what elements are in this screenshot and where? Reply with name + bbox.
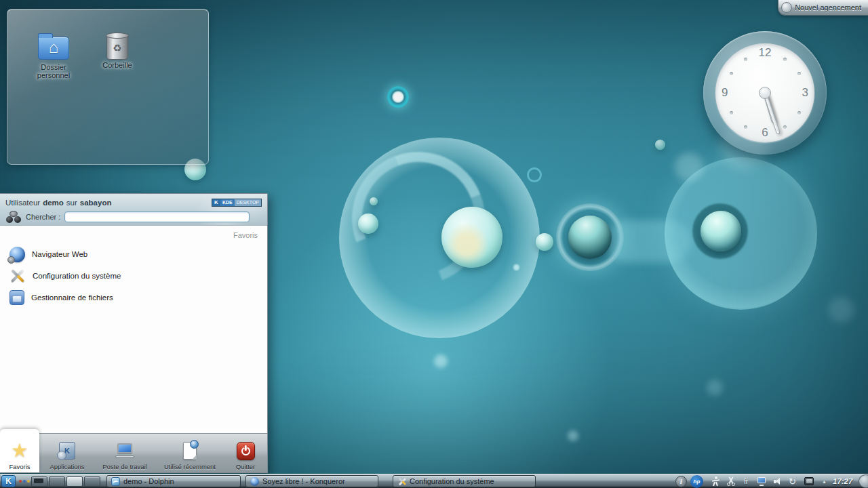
- tray-device-notifier-icon[interactable]: [803, 476, 814, 487]
- clock-hour-dot: [744, 125, 747, 129]
- task-button-konqueror[interactable]: Soyez libre ! - Konqueror: [245, 475, 378, 487]
- task-label: Soyez libre ! - Konqueror: [262, 477, 345, 485]
- tray-keyboard-layout[interactable]: fr: [741, 476, 751, 487]
- tab-favoris[interactable]: ★ Favoris: [0, 429, 39, 472]
- file-manager-icon: [9, 290, 24, 305]
- wallpaper-bubble: [441, 207, 502, 268]
- wallpaper-bubble: [370, 197, 378, 205]
- pager-desktop-3[interactable]: [66, 476, 83, 487]
- wallpaper-dot: [829, 297, 854, 323]
- wallpaper-bubble: [568, 216, 612, 259]
- wallpaper-bubble: [655, 140, 665, 150]
- konqueror-icon: [250, 477, 259, 486]
- system-settings-icon: [9, 268, 26, 284]
- tab-label: Applications: [50, 463, 84, 470]
- system-settings-icon: [397, 477, 406, 486]
- analog-clock-widget: 12 3 6 9: [703, 31, 827, 155]
- kickoff-menu: Utilisateur demo sur sabayon K KDE DESKT…: [0, 193, 268, 473]
- panel-cashew-icon[interactable]: [859, 474, 868, 488]
- clock-number-9: 9: [722, 86, 728, 100]
- clock-hour-dot: [797, 111, 801, 115]
- wallpaper-bubble: [358, 214, 378, 234]
- star-icon: ★: [11, 441, 28, 461]
- kickoff-user-title: Utilisateur demo sur sabayon: [5, 199, 111, 207]
- kickoff-launcher-button[interactable]: K: [1, 475, 16, 487]
- tab-poste-de-travail[interactable]: Poste de travail: [95, 433, 155, 472]
- tab-label: Poste de travail: [102, 463, 146, 470]
- kickoff-body: Favoris Navigateur Web Configuration du …: [0, 226, 267, 433]
- clock-hour-dot: [797, 72, 801, 75]
- applications-icon: K: [59, 442, 75, 460]
- clock-face: 12 3 6 9: [715, 43, 814, 142]
- toolbox-label: Nouvel agencement: [795, 3, 861, 12]
- tab-quitter[interactable]: Quitter: [225, 433, 266, 472]
- recycle-glyph: ♻: [113, 42, 121, 54]
- wallpaper-dot: [568, 430, 578, 441]
- clock-center-knob: [759, 87, 771, 99]
- tray-volume-icon[interactable]: [772, 476, 783, 487]
- clock-hour-dot: [783, 125, 787, 129]
- clock-hour-dot: [744, 58, 747, 61]
- clock-number-3: 3: [802, 86, 808, 100]
- pager-desktop-1[interactable]: [31, 476, 47, 487]
- title-prefix: Utilisateur: [5, 199, 40, 207]
- tray-accessibility-icon[interactable]: [710, 476, 721, 487]
- menu-item-web-browser[interactable]: Navigateur Web: [5, 243, 262, 265]
- wallpaper-dot: [513, 264, 519, 270]
- desktop-icon-trash[interactable]: ♻ Corbeille: [88, 34, 146, 69]
- task-button-system-settings[interactable]: Configuration du système: [393, 475, 536, 487]
- search-input[interactable]: [64, 211, 250, 222]
- kickoff-header: Utilisateur demo sur sabayon K KDE DESKT…: [0, 194, 267, 226]
- clock-number-12: 12: [759, 46, 772, 60]
- badge-desktop-text: DESKTOP: [235, 199, 261, 206]
- title-host: sabayon: [80, 199, 112, 207]
- desktop-toolbox-button[interactable]: Nouvel agencement: [778, 0, 868, 16]
- clock-hour-dot: [730, 111, 733, 115]
- wallpaper-bubble: [701, 211, 741, 251]
- menu-item-system-settings[interactable]: Configuration du système: [5, 265, 262, 287]
- tab-utilise-recemment[interactable]: Utilisé récemment: [155, 433, 225, 472]
- kde-logo-icon: K: [212, 199, 220, 206]
- tray-network-monitor-icon[interactable]: [755, 476, 768, 487]
- tray-info-icon[interactable]: i: [675, 476, 687, 487]
- taskbar-clock[interactable]: 17:27: [833, 475, 860, 487]
- shutdown-icon: [237, 442, 255, 460]
- cashew-icon: [781, 2, 792, 13]
- web-browser-icon: [9, 247, 25, 262]
- menu-item-file-manager[interactable]: Gestionnaire de fichiers: [5, 287, 262, 308]
- trash-icon: ♻: [106, 34, 128, 60]
- wallpaper-glow-ring: [387, 86, 409, 108]
- section-label-favoris: Favoris: [233, 231, 258, 239]
- title-user: demo: [43, 199, 64, 207]
- wallpaper-bubble: [536, 233, 553, 251]
- dolphin-icon: [111, 477, 120, 486]
- taskbar-panel: K demo - Dolphin Soyez libre ! - Konquer…: [0, 474, 868, 488]
- pager-desktop-2[interactable]: [49, 476, 65, 487]
- tab-label: Favoris: [9, 463, 30, 470]
- pager-desktop-4[interactable]: [84, 476, 100, 487]
- desktop-icon-home-folder[interactable]: ⌂ Dossier personnel: [24, 37, 83, 79]
- task-label: demo - Dolphin: [123, 477, 174, 485]
- tab-applications[interactable]: K Applications: [39, 433, 95, 472]
- tab-label: Quitter: [236, 463, 256, 470]
- clock-hour-dot: [730, 72, 733, 75]
- task-button-dolphin[interactable]: demo - Dolphin: [106, 475, 241, 487]
- activity-dots-icon[interactable]: [19, 475, 30, 487]
- tray-klipper-scissors-icon[interactable]: [726, 476, 736, 487]
- computer-icon: [115, 443, 134, 458]
- search-icon: [5, 211, 22, 223]
- desktop: ⌂ Dossier personnel ♻ Corbeille 12 3 6 9: [0, 0, 868, 488]
- tray-expand-arrow-icon[interactable]: ▲: [820, 476, 829, 487]
- wallpaper-flare: [675, 152, 703, 181]
- task-label: Configuration du système: [410, 477, 494, 485]
- kde-desktop-badge: K KDE DESKTOP: [212, 199, 262, 207]
- menu-item-label: Configuration du système: [33, 272, 121, 280]
- wallpaper-dot: [434, 354, 448, 368]
- tray-network-icon[interactable]: ↻: [787, 476, 798, 487]
- tray-hp-icon[interactable]: hp: [690, 475, 703, 488]
- clock-hour-dot: [783, 58, 787, 61]
- menu-item-label: Navigateur Web: [32, 250, 87, 258]
- badge-kde-text: KDE: [220, 199, 235, 206]
- desktop-icon-label: Corbeille: [88, 61, 146, 69]
- wallpaper-ring: [527, 167, 542, 182]
